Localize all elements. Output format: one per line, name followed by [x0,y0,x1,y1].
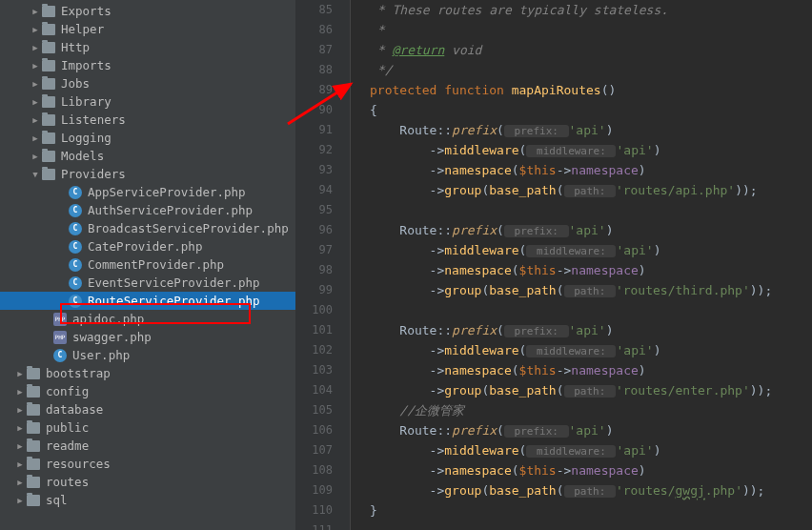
code-line[interactable]: ->middleware( middleware: 'api') [370,140,812,160]
code-token: -> [370,363,444,377]
chevron-right-icon[interactable]: ▶ [30,61,40,71]
code-content[interactable]: * These routes are typically stateless. … [351,0,812,530]
code-token: } [370,503,377,518]
code-token: protected function [370,83,512,97]
code-line[interactable] [370,520,812,530]
tree-item-resources[interactable]: ▶resources [0,455,295,473]
code-token: ( [557,483,564,498]
code-token: path: [564,385,616,398]
chevron-right-icon[interactable]: ▶ [30,133,40,143]
code-line[interactable]: } [370,500,812,520]
tree-item-commentprovider-php[interactable]: CCommentProvider.php [0,255,295,274]
code-token: -> [370,463,444,478]
code-line[interactable]: ->namespace($this->namespace) [370,360,812,380]
code-line[interactable]: ->middleware( middleware: 'api') [370,440,812,460]
code-token: { [370,103,377,117]
tree-item-jobs[interactable]: ▶Jobs [0,74,295,92]
tree-item-helper[interactable]: ▶Helper [0,20,295,38]
code-line[interactable]: Route::prefix( prefix: 'api') [370,220,812,240]
code-line[interactable]: ->group(base_path( path: 'routes/enter.p… [370,380,812,400]
tree-item-logging[interactable]: ▶Logging [0,129,295,147]
chevron-down-icon[interactable]: ▼ [30,170,40,179]
code-line[interactable]: * [370,20,812,40]
chevron-right-icon[interactable]: ▶ [15,459,25,469]
tree-item-authserviceprovider-php[interactable]: CAuthServiceProvider.php [0,201,295,219]
code-token: 'routes/ [616,483,676,498]
project-tree[interactable]: ▶Exports▶Helper▶Http▶Imports▶Jobs▶Librar… [0,0,295,530]
tree-item-label: Models [61,149,104,163]
code-line[interactable]: //企微管家 [370,400,812,420]
code-line[interactable]: Route::prefix( prefix: 'api') [370,420,812,440]
line-number: 85 [295,0,333,20]
code-line[interactable] [370,200,812,220]
chevron-right-icon[interactable]: ▶ [15,441,25,451]
chevron-right-icon[interactable]: ▶ [30,43,40,52]
tree-item-routes[interactable]: ▶routes [0,473,295,491]
code-editor[interactable]: 8586878889909192939495969798991001011021… [295,0,812,530]
tree-item-database[interactable]: ▶database [0,400,295,418]
code-token: Route [399,223,436,237]
code-line[interactable]: ->namespace($this->namespace) [370,460,812,480]
folder-icon [42,78,55,90]
code-token: namespace [444,363,511,377]
code-line[interactable]: * These routes are typically stateless. [370,0,812,20]
chevron-right-icon[interactable]: ▶ [30,79,40,89]
code-token [370,323,399,337]
tree-item-http[interactable]: ▶Http [0,38,295,56]
chevron-right-icon[interactable]: ▶ [30,115,40,125]
code-line[interactable]: */ [370,60,812,80]
chevron-right-icon[interactable]: ▶ [30,152,40,161]
code-token [370,223,399,237]
tree-item-sql[interactable]: ▶sql [0,491,295,509]
tree-item-broadcastserviceprovider-php[interactable]: CBroadcastServiceProvider.php [0,219,295,237]
tree-item-models[interactable]: ▶Models [0,147,295,165]
chevron-right-icon[interactable]: ▶ [15,387,25,397]
chevron-right-icon[interactable]: ▶ [15,423,25,433]
tree-item-providers[interactable]: ▼Providers [0,165,295,183]
line-number: 111 [295,520,333,530]
chevron-right-icon[interactable]: ▶ [15,369,25,378]
code-line[interactable]: Route::prefix( prefix: 'api') [370,320,812,340]
code-line[interactable]: * @return void [370,40,812,60]
chevron-right-icon[interactable]: ▶ [30,25,40,34]
tree-item-routeserviceprovider-php[interactable]: CRouteServiceProvider.php [0,292,295,310]
code-line[interactable]: ->namespace($this->namespace) [370,160,812,180]
code-token: ( [497,323,504,337]
tree-item-label: Logging [61,131,112,145]
code-line[interactable]: Route::prefix( prefix: 'api') [370,120,812,140]
chevron-right-icon[interactable]: ▶ [15,405,25,415]
tree-item-library[interactable]: ▶Library [0,92,295,111]
code-line[interactable]: ->group(base_path( path: 'routes/third.p… [370,280,812,300]
tree-item-bootstrap[interactable]: ▶bootstrap [0,364,295,382]
tree-item-apidoc-php[interactable]: PHPapidoc.php [0,310,295,328]
tree-item-public[interactable]: ▶public [0,418,295,437]
tree-item-eventserviceprovider-php[interactable]: CEventServiceProvider.php [0,274,295,292]
tree-item-swagger-php[interactable]: PHPswagger.php [0,328,295,346]
line-number: 96 [295,220,333,240]
tree-item-listeners[interactable]: ▶Listeners [0,111,295,129]
code-token: prefix [452,423,497,438]
code-line[interactable]: ->group(base_path( path: 'routes/api.php… [370,180,812,200]
folder-icon [42,60,55,71]
code-line[interactable]: ->namespace($this->namespace) [370,260,812,280]
line-number: 108 [295,460,333,480]
code-line[interactable]: ->group(base_path( path: 'routes/gwgj.ph… [370,480,812,500]
tree-item-readme[interactable]: ▶readme [0,437,295,455]
code-line[interactable] [370,300,812,320]
tree-item-cateprovider-php[interactable]: CCateProvider.php [0,237,295,255]
code-line[interactable]: protected function mapApiRoutes() [370,80,812,100]
tree-item-appserviceprovider-php[interactable]: CAppServiceProvider.php [0,183,295,201]
tree-item-imports[interactable]: ▶Imports [0,56,295,74]
tree-item-exports[interactable]: ▶Exports [0,2,295,20]
code-token: * These routes are typically stateless. [370,3,668,17]
code-line[interactable]: { [370,100,812,120]
code-line[interactable]: ->middleware( middleware: 'api') [370,240,812,260]
tree-item-config[interactable]: ▶config [0,382,295,400]
code-line[interactable]: ->middleware( middleware: 'api') [370,340,812,360]
tree-item-user-php[interactable]: CUser.php [0,346,295,364]
chevron-right-icon[interactable]: ▶ [15,496,25,505]
code-token: 'api' [569,123,606,137]
chevron-right-icon[interactable]: ▶ [15,478,25,487]
chevron-right-icon[interactable]: ▶ [30,97,40,107]
chevron-right-icon[interactable]: ▶ [30,7,40,16]
